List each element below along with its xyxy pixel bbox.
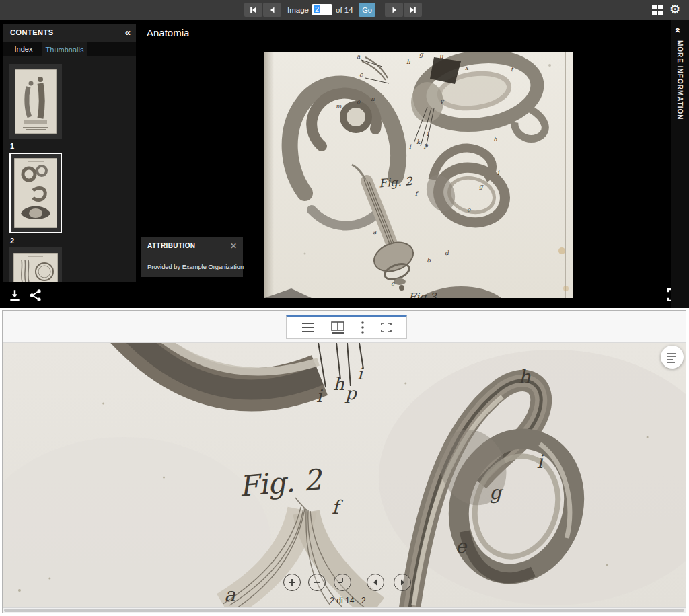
svg-text:o: o — [357, 98, 361, 105]
previous-page-button-2[interactable] — [367, 574, 384, 591]
two-page-view-icon[interactable] — [331, 321, 344, 334]
image-label: Image — [287, 3, 309, 17]
scrollbar-thumb[interactable] — [4, 609, 684, 612]
document-title: Anatomia__ — [147, 27, 201, 38]
book-reader-viewer: Fig. 2 ihpihigefa 2 di 14 · 2 — [0, 308, 689, 616]
contents-title: CONTENTS — [10, 28, 54, 36]
settings-gear-icon[interactable]: ⚙ — [669, 3, 680, 15]
fig3-caption: Fig 3 — [408, 291, 438, 298]
horizontal-scrollbar — [3, 607, 686, 613]
more-information-title: MORE INFORMATION — [676, 40, 684, 120]
thumbnail-image-1 — [15, 69, 57, 134]
zoom-out-button[interactable] — [308, 574, 326, 591]
svg-text:u: u — [439, 53, 443, 60]
svg-text:p: p — [344, 383, 357, 403]
gallery-grid-icon[interactable] — [652, 5, 663, 15]
svg-text:h: h — [406, 59, 410, 65]
thumbnail-3[interactable] — [9, 247, 62, 282]
first-page-button[interactable] — [244, 3, 262, 17]
page-position-caption: 2 di 14 · 2 — [270, 596, 425, 605]
svg-text:a: a — [224, 584, 235, 606]
index-menu-icon[interactable] — [302, 323, 314, 332]
contents-tabbar: Index Thumbnails — [3, 42, 136, 56]
contents-panel: CONTENTS « Index Thumbnails 1 — [3, 24, 136, 282]
thumbnail-1-label: 1 — [10, 142, 14, 150]
fig2-caption: Fig. 2 — [378, 174, 413, 190]
previous-page-button[interactable] — [263, 3, 281, 17]
share-icon[interactable] — [29, 288, 42, 302]
top-toolbar: Image 2 of 14 Go ⚙ — [0, 0, 689, 20]
svg-text:a: a — [373, 229, 377, 235]
tab-index[interactable]: Index — [7, 42, 40, 56]
kebab-menu-icon[interactable] — [361, 321, 364, 334]
thumbnail-image-3 — [13, 253, 58, 282]
download-icon[interactable] — [8, 288, 22, 302]
next-page-button[interactable] — [385, 3, 403, 17]
view-mode-toolbar — [286, 315, 407, 339]
anatomical-plate-image[interactable]: Fig. 2 Fig 3 ahguxtcmonvikpi hfigeabcd — [264, 52, 573, 298]
contents-header: CONTENTS « — [3, 24, 136, 42]
thumbnail-2-selected[interactable] — [9, 153, 62, 233]
previous-icon — [269, 7, 276, 13]
fullscreen-expand-icon[interactable] — [381, 323, 392, 332]
next-icon — [391, 7, 398, 13]
more-information-panel[interactable]: « MORE INFORMATION — [671, 20, 689, 308]
close-icon[interactable]: ✕ — [230, 241, 237, 251]
attribution-text: Provided by Example Organization — [147, 264, 244, 270]
last-page-icon — [409, 7, 416, 13]
zoomed-page-image[interactable]: Fig. 2 ihpihigefa — [3, 343, 686, 609]
svg-text:n: n — [371, 95, 375, 102]
svg-text:h: h — [493, 136, 497, 143]
thumbnail-image-2 — [14, 158, 57, 228]
total-pages-label: of 14 — [336, 3, 353, 17]
thumbnail-2-label: 2 — [10, 237, 14, 245]
expand-right-panel-icon[interactable]: « — [674, 28, 683, 33]
attribution-title: ATTRIBUTION — [147, 242, 237, 249]
svg-text:a: a — [357, 53, 361, 60]
zoom-in-button[interactable] — [283, 574, 301, 591]
page-info-round-button[interactable] — [661, 346, 684, 369]
thumbnail-list: 1 2 — [3, 56, 136, 282]
page-number-input[interactable]: 2 — [312, 4, 332, 15]
svg-text:e: e — [467, 206, 471, 213]
collapse-left-panel-icon[interactable]: « — [125, 28, 131, 37]
controls-divider — [359, 574, 359, 591]
first-page-icon — [250, 7, 257, 13]
attribution-panel: ATTRIBUTION ✕ Provided by Example Organi… — [141, 237, 243, 277]
svg-text:g: g — [490, 482, 504, 504]
zoom-reset-button[interactable] — [334, 574, 351, 591]
svg-text:m: m — [336, 103, 342, 110]
universal-viewer: Image 2 of 14 Go ⚙ CONTENTS « Index Thum… — [0, 0, 689, 308]
viewer-frame: Fig. 2 ihpihigefa 2 di 14 · 2 — [2, 310, 686, 613]
last-page-button[interactable] — [404, 3, 422, 17]
go-button[interactable]: Go — [359, 3, 375, 17]
svg-text:h: h — [518, 366, 531, 388]
text-lines-icon — [667, 353, 676, 364]
tab-thumbnails[interactable]: Thumbnails — [42, 42, 87, 56]
svg-text:h: h — [333, 374, 344, 394]
thumbnail-1[interactable] — [9, 64, 62, 139]
svg-text:e: e — [456, 535, 468, 557]
page-number-value: 2 — [314, 5, 320, 13]
next-page-button-2[interactable] — [394, 574, 411, 591]
